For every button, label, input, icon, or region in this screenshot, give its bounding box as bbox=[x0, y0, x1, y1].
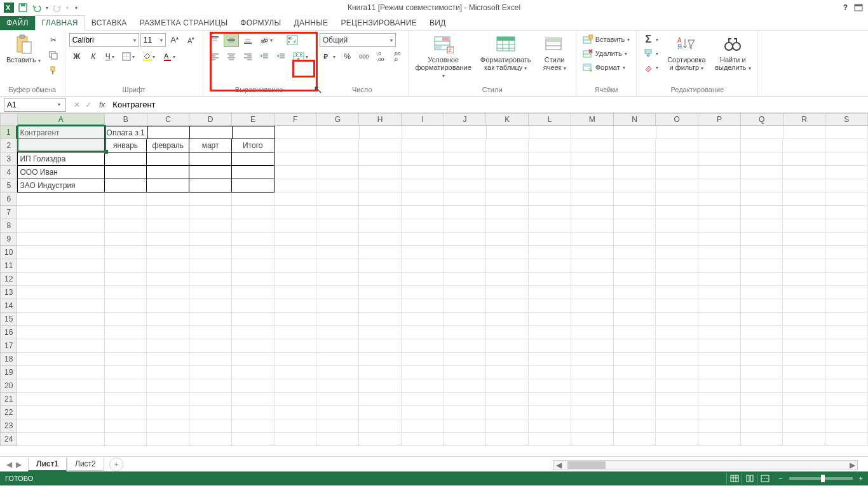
clear-button[interactable]: ▾ bbox=[641, 61, 661, 74]
cell[interactable] bbox=[656, 286, 698, 299]
cell[interactable] bbox=[614, 286, 656, 299]
cell[interactable] bbox=[275, 299, 317, 313]
cell[interactable] bbox=[614, 313, 656, 326]
cell[interactable] bbox=[698, 353, 741, 366]
cell[interactable] bbox=[17, 326, 104, 339]
cancel-formula-icon[interactable]: ✕ bbox=[74, 100, 80, 109]
cell[interactable] bbox=[105, 299, 147, 313]
cell[interactable] bbox=[783, 219, 825, 233]
cell[interactable] bbox=[402, 353, 444, 366]
cell[interactable] bbox=[275, 206, 317, 219]
cell[interactable] bbox=[359, 353, 402, 366]
cell[interactable] bbox=[147, 179, 189, 193]
decrease-font-button[interactable]: A▾ bbox=[184, 33, 199, 47]
cell[interactable] bbox=[444, 206, 487, 219]
cell[interactable] bbox=[571, 273, 614, 286]
row-header[interactable]: 20 bbox=[0, 379, 17, 393]
cell[interactable] bbox=[189, 393, 232, 406]
cell[interactable] bbox=[698, 273, 741, 286]
cell[interactable] bbox=[825, 219, 868, 233]
cell[interactable] bbox=[486, 286, 529, 299]
wrap-text-button[interactable]: abc bbox=[285, 33, 300, 47]
cell[interactable] bbox=[189, 246, 232, 259]
row-header[interactable]: 1 bbox=[0, 126, 17, 139]
cell[interactable] bbox=[316, 393, 359, 406]
tab-file[interactable]: ФАЙЛ bbox=[0, 16, 35, 30]
format-painter-button[interactable] bbox=[46, 64, 61, 78]
cell[interactable] bbox=[316, 406, 359, 419]
redo-dropdown[interactable]: ▾ bbox=[66, 5, 69, 11]
cell[interactable] bbox=[825, 379, 868, 393]
cell[interactable] bbox=[17, 259, 104, 273]
decrease-indent-button[interactable] bbox=[257, 50, 272, 64]
cell[interactable] bbox=[783, 379, 825, 393]
row-header[interactable]: 11 bbox=[0, 259, 17, 273]
cell[interactable] bbox=[17, 246, 104, 259]
cell[interactable] bbox=[698, 433, 741, 446]
cell[interactable] bbox=[698, 299, 741, 313]
increase-decimal-button[interactable]: ,0,00 bbox=[373, 50, 388, 64]
cell[interactable] bbox=[275, 433, 317, 446]
row-header[interactable]: 14 bbox=[0, 299, 17, 313]
cell[interactable] bbox=[486, 433, 529, 446]
conditional-formatting-button[interactable]: ≠ Условное форматирование ▾ bbox=[413, 33, 474, 81]
redo-icon[interactable] bbox=[52, 3, 62, 13]
cell[interactable] bbox=[275, 126, 318, 139]
paste-button[interactable]: Вставить ▾ bbox=[4, 33, 43, 65]
cell[interactable] bbox=[275, 406, 317, 419]
column-header[interactable]: Q bbox=[741, 113, 783, 126]
cell[interactable] bbox=[571, 179, 614, 193]
cell[interactable] bbox=[316, 379, 359, 393]
cell[interactable] bbox=[825, 353, 868, 366]
cell[interactable] bbox=[486, 246, 529, 259]
cell[interactable] bbox=[275, 219, 317, 233]
cell[interactable]: Контрагент bbox=[17, 126, 104, 139]
cell[interactable] bbox=[105, 233, 147, 246]
column-header[interactable]: O bbox=[656, 113, 698, 126]
cell[interactable] bbox=[105, 286, 147, 299]
column-header[interactable]: K bbox=[486, 113, 529, 126]
cell[interactable] bbox=[614, 299, 656, 313]
cell[interactable] bbox=[741, 326, 783, 339]
cell[interactable] bbox=[17, 419, 104, 433]
cell[interactable] bbox=[529, 433, 571, 446]
cell[interactable] bbox=[402, 206, 444, 219]
cell[interactable] bbox=[147, 299, 189, 313]
column-header[interactable]: F bbox=[275, 113, 317, 126]
cell[interactable] bbox=[698, 339, 741, 353]
cell[interactable] bbox=[614, 406, 656, 419]
cell[interactable] bbox=[189, 179, 232, 193]
cell[interactable] bbox=[316, 339, 359, 353]
cell[interactable] bbox=[825, 273, 868, 286]
cell[interactable] bbox=[316, 273, 359, 286]
cell[interactable] bbox=[17, 219, 104, 233]
cell[interactable] bbox=[105, 433, 147, 446]
row-header[interactable]: 4 bbox=[0, 166, 17, 179]
tab-data[interactable]: ДАННЫЕ bbox=[287, 16, 334, 30]
cell[interactable] bbox=[825, 206, 868, 219]
align-bottom-button[interactable] bbox=[240, 33, 255, 47]
cell[interactable] bbox=[571, 313, 614, 326]
cell[interactable] bbox=[614, 126, 656, 139]
merge-center-button[interactable]: a▾ bbox=[290, 50, 311, 64]
cell[interactable] bbox=[402, 433, 444, 446]
cell[interactable] bbox=[698, 286, 741, 299]
cell[interactable] bbox=[275, 179, 317, 193]
cell[interactable] bbox=[741, 259, 783, 273]
cell[interactable] bbox=[444, 419, 487, 433]
cell[interactable] bbox=[444, 246, 487, 259]
cell[interactable] bbox=[656, 406, 698, 419]
cell[interactable] bbox=[783, 419, 825, 433]
cell[interactable] bbox=[741, 339, 783, 353]
font-size-combo[interactable]: ▾ bbox=[140, 33, 166, 47]
cell[interactable] bbox=[17, 393, 104, 406]
cell[interactable] bbox=[571, 246, 614, 259]
cell[interactable] bbox=[232, 259, 275, 273]
cell[interactable]: ИП Голиздра bbox=[17, 152, 104, 166]
cell[interactable] bbox=[698, 406, 741, 419]
cell[interactable] bbox=[232, 433, 275, 446]
cell[interactable] bbox=[614, 339, 656, 353]
cell[interactable] bbox=[486, 179, 529, 193]
cell[interactable] bbox=[359, 219, 402, 233]
cell[interactable] bbox=[402, 393, 444, 406]
